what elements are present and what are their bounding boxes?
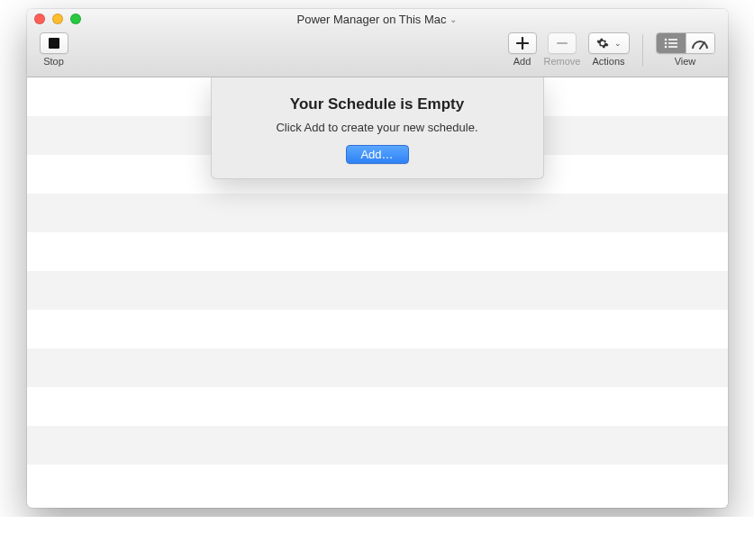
stop-button[interactable] — [40, 32, 68, 54]
view-button-label: View — [675, 56, 696, 67]
svg-rect-3 — [668, 42, 677, 44]
view-gauge-button[interactable] — [686, 33, 714, 53]
view-list-button[interactable] — [657, 33, 686, 53]
remove-button-label: Remove — [544, 56, 581, 67]
empty-schedule-sheet: Your Schedule is Empty Click Add to crea… — [211, 77, 544, 179]
add-button[interactable] — [508, 32, 537, 54]
svg-point-4 — [664, 46, 667, 49]
gear-icon — [596, 37, 609, 50]
toolbar: Stop Add Remove ⌄ — [27, 29, 728, 77]
svg-point-2 — [664, 42, 667, 45]
plus-icon — [516, 37, 529, 50]
toolbar-divider — [642, 34, 643, 67]
remove-toolbar-item: Remove — [544, 32, 581, 67]
svg-line-6 — [700, 42, 704, 49]
content-area: Your Schedule is Empty Click Add to crea… — [27, 77, 728, 508]
stop-button-label: Stop — [43, 56, 64, 67]
add-toolbar-item: Add — [508, 32, 537, 67]
gauge-icon — [692, 37, 708, 50]
minus-icon — [556, 37, 568, 50]
actions-button-label: Actions — [592, 56, 624, 67]
list-icon — [664, 38, 678, 49]
svg-point-0 — [664, 39, 667, 41]
add-schedule-button[interactable]: Add… — [346, 145, 409, 164]
view-toolbar-item: View — [656, 32, 715, 67]
chevron-down-icon: ⌄ — [614, 39, 622, 48]
actions-toolbar-item: ⌄ Actions — [588, 32, 630, 67]
window-title-dropdown[interactable]: Power Manager on This Mac ⌄ — [27, 9, 728, 29]
remove-button[interactable] — [548, 32, 577, 54]
stop-icon — [49, 38, 59, 49]
chevron-down-icon: ⌄ — [450, 14, 457, 24]
view-segmented-control — [656, 32, 715, 54]
title-bar: Power Manager on This Mac ⌄ — [27, 9, 728, 29]
app-window: Power Manager on This Mac ⌄ Stop Add — [27, 9, 728, 508]
svg-rect-1 — [668, 39, 677, 41]
actions-button[interactable]: ⌄ — [588, 32, 630, 54]
svg-rect-5 — [668, 46, 677, 48]
add-button-label: Add — [513, 56, 531, 67]
window-title-text: Power Manager on This Mac — [297, 13, 447, 26]
empty-title: Your Schedule is Empty — [226, 95, 529, 113]
empty-message: Click Add to create your new schedule. — [226, 121, 529, 134]
stop-toolbar-item: Stop — [40, 32, 68, 67]
